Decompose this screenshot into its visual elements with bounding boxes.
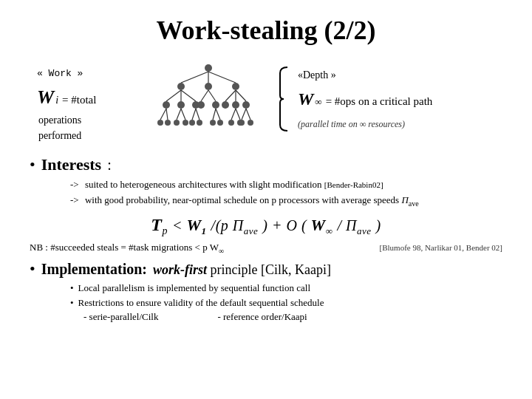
depth-inf: ∞ xyxy=(315,94,321,110)
svg-point-4 xyxy=(177,83,185,90)
formula-Tp: T xyxy=(151,215,162,234)
svg-point-41 xyxy=(228,120,234,126)
formula-W1: W xyxy=(187,216,202,234)
svg-point-15 xyxy=(197,101,205,109)
formula-p: p xyxy=(163,225,168,236)
impl-principle: principle xyxy=(211,262,261,277)
svg-line-35 xyxy=(213,109,216,120)
implementation-section: • Implementation: work-first principle [… xyxy=(30,261,502,324)
svg-line-9 xyxy=(181,90,196,101)
interests-heading: • Interests : xyxy=(30,155,502,174)
svg-point-20 xyxy=(222,101,229,109)
formula-close: ) xyxy=(375,217,381,233)
nb-ref: [Blumofe 98, Narlikar 01, Bender 02] xyxy=(380,243,502,252)
formula-div: /(p xyxy=(211,217,233,233)
impl-text: work-first principle [Cilk, Kaapi] xyxy=(153,262,331,278)
sub-bullets: • Local parallelism is implemented by se… xyxy=(70,281,502,324)
implementation-heading: • Implementation: work-first principle [… xyxy=(30,261,502,278)
depth-W: W xyxy=(298,84,313,115)
sub-dot-1: • xyxy=(70,281,74,296)
slide-title: Work-stealing (2/2) xyxy=(30,15,502,46)
sub-text-1: Local parallelism is implemented by sequ… xyxy=(78,281,310,296)
work-desc: operationsperformed xyxy=(38,112,137,143)
depth-box: «Depth » W∞ = #ops on a critical path (p… xyxy=(290,62,502,136)
sub-labels-row: - serie-parallel/Cilk - reference order/… xyxy=(83,311,502,323)
work-i: i xyxy=(55,92,58,109)
depth-section: «Depth » W∞ = #ops on a critical path (p… xyxy=(277,62,502,136)
svg-line-19 xyxy=(236,90,246,101)
svg-line-17 xyxy=(225,90,236,101)
nb-text: NB : #succeeded steals = #task migration… xyxy=(30,242,224,255)
svg-point-26 xyxy=(165,120,171,126)
svg-line-43 xyxy=(242,109,246,120)
impl-italic: work-first xyxy=(153,262,207,277)
slide: Work-stealing (2/2) « Work » Wi = #total… xyxy=(0,0,532,399)
svg-point-0 xyxy=(205,64,212,72)
formula-inf: ∞ xyxy=(326,225,333,236)
formula-ave1: ave xyxy=(244,225,259,236)
interests-label: Interests xyxy=(41,155,101,174)
arrow-icon-2: -> xyxy=(70,194,79,205)
sub-bullet-2: • Restrictions to ensure validity of the… xyxy=(70,296,502,311)
svg-point-33 xyxy=(189,120,195,126)
svg-point-45 xyxy=(239,120,245,126)
bullet-dot-impl: • xyxy=(30,261,35,277)
svg-line-7 xyxy=(166,90,181,101)
svg-line-32 xyxy=(196,109,200,120)
formula-1: 1 xyxy=(202,225,207,236)
svg-point-29 xyxy=(174,120,180,126)
formula-line: Tp < W1 /(p Πave ) + O ( W∞ / Πave ) xyxy=(30,215,502,237)
brace-svg xyxy=(277,66,290,132)
interests-text-2: with good probability, near-optimal sche… xyxy=(85,194,419,205)
formula-pi2: Π xyxy=(346,217,357,233)
svg-point-25 xyxy=(157,120,163,126)
sub-dot-2: • xyxy=(70,296,74,311)
formula-slash: / xyxy=(337,217,346,233)
work-box: « Work » Wi = #total operationsperformed xyxy=(30,62,144,148)
svg-point-16 xyxy=(212,101,219,109)
svg-line-36 xyxy=(216,109,220,120)
formula-Winf: W xyxy=(311,216,326,234)
svg-point-5 xyxy=(205,83,212,90)
formula-ave2: ave xyxy=(357,225,372,236)
svg-point-22 xyxy=(242,101,250,109)
svg-line-44 xyxy=(246,109,250,120)
svg-point-46 xyxy=(248,120,253,126)
svg-line-14 xyxy=(208,90,216,101)
interests-item-2: -> with good probability, near-optimal s… xyxy=(70,193,502,209)
svg-line-28 xyxy=(181,109,185,120)
svg-line-39 xyxy=(231,109,236,120)
svg-line-40 xyxy=(236,109,240,120)
interests-text-1: suited to heterogeneous architectures wi… xyxy=(85,179,324,190)
depth-equals: = #ops on a critical path xyxy=(326,92,433,112)
svg-point-21 xyxy=(232,101,239,109)
svg-line-24 xyxy=(166,109,168,120)
svg-line-31 xyxy=(192,109,196,120)
tree-svg xyxy=(151,62,266,132)
work-W: W xyxy=(37,83,54,112)
arrow-icon-1: -> xyxy=(70,179,79,190)
interests-section: • Interests : -> suited to heterogeneous… xyxy=(30,155,502,208)
tree-diagram xyxy=(151,62,270,129)
svg-point-10 xyxy=(163,101,170,109)
sub-label-1: - serie-parallel/Cilk xyxy=(83,311,158,323)
svg-line-1 xyxy=(181,72,208,83)
top-section: « Work » Wi = #total operationsperformed xyxy=(30,62,502,148)
formula-pi1: Π xyxy=(233,217,244,233)
svg-point-11 xyxy=(177,101,185,109)
work-label: « Work » xyxy=(37,66,137,81)
svg-line-13 xyxy=(201,90,208,101)
svg-point-30 xyxy=(183,120,188,126)
sub-text-2: Restrictions to ensure validity of the d… xyxy=(78,296,324,311)
formula-lt: < xyxy=(172,217,187,233)
impl-note: [Cilk, Kaapi] xyxy=(261,262,331,277)
impl-label: Implementation: xyxy=(41,261,147,278)
bullet-dot-interests: • xyxy=(30,157,35,173)
nb-line: NB : #succeeded steals = #task migration… xyxy=(30,242,502,255)
interests-colon: : xyxy=(107,157,112,174)
svg-line-3 xyxy=(208,72,236,83)
depth-label: «Depth » xyxy=(298,66,495,84)
sub-bullet-1: • Local parallelism is implemented by se… xyxy=(70,281,502,296)
svg-line-23 xyxy=(160,109,166,120)
sub-label-2: - reference order/Kaapi xyxy=(217,311,307,323)
